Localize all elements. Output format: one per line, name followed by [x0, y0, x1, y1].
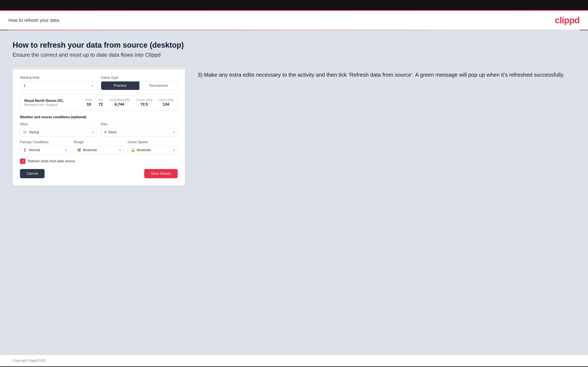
slope-rating-value: 134 [159, 102, 173, 107]
page-heading: How to refresh your data from source (de… [13, 41, 575, 50]
fairway-group: Fairway Conditions 🏌 Normal ▾ [20, 140, 70, 154]
stat-par: Par 72 [99, 98, 103, 107]
footer: Copyright Clippd 2022 [0, 355, 588, 366]
rain-group: Rain ☀ None ▾ [101, 122, 178, 136]
wind-icon: 💨 [23, 130, 27, 134]
wind-chevron-icon: ▾ [92, 131, 94, 134]
form-body: Starting Hole 1 ▾ Game Type Practice Tou… [13, 69, 185, 186]
tournament-button[interactable]: Tournament [139, 82, 178, 90]
fairway-label: Fairway Conditions [20, 140, 70, 144]
game-type-label: Game Type [101, 76, 178, 80]
game-type-group: Game Type Practice Tournament [101, 76, 178, 90]
par-value: 72 [99, 102, 103, 107]
starting-hole-group: Starting Hole 1 ▾ [20, 76, 97, 90]
top-bar-accent [0, 10, 588, 11]
holes-value: 18 [85, 102, 92, 107]
page-subheading: Ensure the correct and most up to date d… [13, 52, 575, 58]
green-speed-select-left: ⛳ Moderate [131, 148, 151, 152]
rough-select[interactable]: 🌿 Moderate ▾ [74, 146, 124, 154]
par-label: Par [99, 98, 103, 101]
slope-rating-label: Slope rating [159, 98, 173, 101]
fairway-select-left: 🏌 Normal [23, 148, 40, 152]
practice-button[interactable]: Practice [101, 82, 139, 90]
rain-select-left: ☀ None [104, 130, 116, 134]
save-button[interactable]: Save Details [144, 169, 178, 178]
game-type-toggle: Practice Tournament [101, 81, 178, 90]
stat-yards: Yards/White (M)) 6,744 [109, 98, 130, 107]
rough-icon: 🌿 [77, 148, 81, 152]
green-speed-icon: ⛳ [131, 148, 135, 152]
rough-group: Rough 🌿 Moderate ▾ [74, 140, 124, 154]
course-name: Royal North Devon GC, [24, 99, 85, 103]
course-info: Royal North Devon GC, Westward Ho!, Engl… [24, 99, 85, 107]
page-breadcrumb: How to refresh your data [9, 18, 59, 23]
holes-label: Holes [85, 98, 92, 101]
conditions-row-2: Fairway Conditions 🏌 Normal ▾ Rough [20, 140, 178, 154]
cancel-button[interactable]: Cancel [20, 169, 44, 178]
description-text: 3) Make any extra edits necessary to the… [198, 71, 575, 79]
refresh-label: Refresh shots from data source [28, 159, 75, 163]
green-speed-chevron-icon: ▾ [173, 149, 174, 152]
rain-select[interactable]: ☀ None ▾ [101, 128, 178, 136]
description-panel: 3) Make any extra edits necessary to the… [198, 67, 575, 79]
wind-group: Wind 💨 Strong ▾ [20, 122, 97, 136]
course-rating-label: Course rating [136, 98, 152, 101]
course-rating-value: 72.5 [136, 102, 152, 107]
rough-select-left: 🌿 Moderate [77, 148, 97, 152]
wind-select[interactable]: 💨 Strong ▾ [20, 128, 97, 136]
course-location: Westward Ho!, England [24, 103, 85, 107]
fairway-value: Normal [29, 148, 40, 152]
green-speed-select[interactable]: ⛳ Moderate ▾ [128, 146, 178, 154]
starting-hole-label: Starting Hole [20, 76, 97, 80]
fairway-icon: 🏌 [23, 148, 27, 152]
green-speed-label: Green Speed [128, 140, 178, 144]
wind-select-left: 💨 Strong [23, 130, 39, 134]
form-panel: Starting Hole 1 ▾ Game Type Practice Tou… [13, 67, 185, 186]
copyright-text: Copyright Clippd 2022 [13, 359, 46, 362]
yards-label: Yards/White (M)) [109, 98, 130, 101]
stat-slope-rating: Slope rating 134 [159, 98, 173, 107]
conditions-row-1: Wind 💨 Strong ▾ Rain [20, 122, 178, 136]
conditions-title: Weather and course conditions (optional) [20, 115, 178, 119]
form-row-top: Starting Hole 1 ▾ Game Type Practice Tou… [20, 76, 178, 90]
content-area: Starting Hole 1 ▾ Game Type Practice Tou… [13, 67, 575, 186]
rain-chevron-icon: ▾ [173, 131, 174, 134]
fairway-select[interactable]: 🏌 Normal ▾ [20, 146, 70, 154]
fairway-chevron-icon: ▾ [65, 149, 67, 152]
logo: clippd [555, 15, 579, 25]
starting-hole-select[interactable]: 1 ▾ [20, 81, 97, 90]
wind-label: Wind [20, 122, 97, 126]
green-speed-value: Moderate [137, 148, 151, 152]
wind-value: Strong [29, 130, 39, 134]
starting-hole-chevron-icon: ▾ [92, 84, 93, 87]
rough-value: Moderate [83, 148, 97, 152]
starting-hole-value: 1 [24, 83, 26, 88]
rough-label: Rough [74, 140, 124, 144]
stat-holes: Holes 18 [85, 98, 92, 107]
rain-value: None [108, 130, 116, 134]
header: How to refresh your data clippd [0, 11, 588, 30]
rain-icon: ☀ [104, 130, 107, 134]
main-content: How to refresh your data from source (de… [0, 30, 588, 355]
checkmark-icon: ✓ [21, 159, 24, 163]
form-top-bar [13, 67, 185, 69]
button-row: Cancel Save Details [20, 169, 178, 178]
rain-label: Rain [101, 122, 178, 126]
stat-course-rating: Course rating 72.5 [136, 98, 152, 107]
refresh-checkbox-row[interactable]: ✓ Refresh shots from data source [20, 158, 178, 164]
course-stats: Holes 18 Par 72 Yards/White (M)) 6,744 [85, 98, 173, 107]
yards-value: 6,744 [109, 102, 130, 107]
rough-chevron-icon: ▾ [119, 149, 121, 152]
top-bar [0, 0, 588, 11]
green-speed-group: Green Speed ⛳ Moderate ▾ [128, 140, 178, 154]
course-card: Royal North Devon GC, Westward Ho!, Engl… [20, 95, 178, 110]
refresh-checkbox[interactable]: ✓ [20, 158, 26, 164]
